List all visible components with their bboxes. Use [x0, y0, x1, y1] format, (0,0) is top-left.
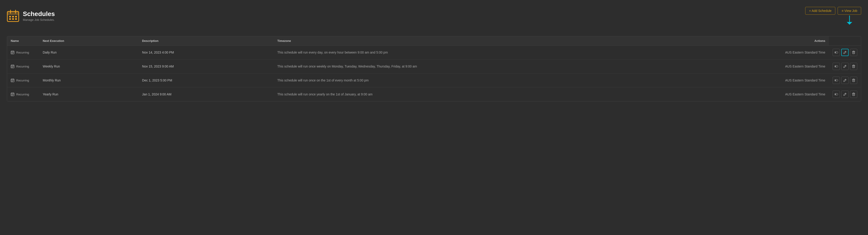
type-cell: Recurring: [7, 87, 39, 101]
edit-button[interactable]: [841, 49, 848, 56]
table-header-row: Name Next Execution Description Timezone…: [7, 36, 861, 46]
calendar-icon: [7, 9, 19, 22]
delete-button[interactable]: [850, 90, 857, 98]
header-left: Schedules Manage Job Schedules.: [7, 9, 55, 22]
svg-rect-19: [12, 53, 12, 54]
svg-rect-31: [12, 67, 12, 67]
name-cell: Yearly Run: [39, 87, 138, 101]
svg-rect-20: [12, 53, 13, 54]
svg-marker-11: [847, 22, 852, 25]
schedules-table: Name Next Execution Description Timezone…: [7, 36, 861, 101]
svg-rect-35: [12, 67, 13, 68]
type-label: Recurring: [16, 51, 29, 54]
table-row: Recurring Daily RunNov 14, 2023 4:00 PMT…: [7, 46, 861, 59]
col-header-description: Description: [138, 36, 274, 46]
edit-icon: [843, 79, 846, 82]
svg-rect-61: [12, 95, 12, 95]
svg-rect-6: [15, 16, 17, 18]
execution-cell: Nov 15, 2023 9:00 AM: [138, 59, 274, 74]
description-cell: This schedule will run once yearly on th…: [274, 87, 781, 101]
schedule-type-icon: [11, 78, 14, 82]
type-cell: Recurring: [7, 46, 39, 59]
col-header-next-execution: Next Execution: [39, 36, 138, 46]
svg-rect-8: [12, 18, 14, 20]
svg-rect-54: [853, 79, 855, 82]
edit-icon: [843, 65, 846, 68]
svg-rect-1: [7, 11, 19, 15]
type-cell: Recurring: [7, 74, 39, 87]
type-label: Recurring: [16, 65, 29, 68]
svg-rect-4: [9, 16, 11, 18]
edit-button[interactable]: [841, 77, 848, 84]
name-cell: Monthly Run: [39, 74, 138, 87]
svg-rect-16: [12, 53, 12, 53]
actions-cell: [829, 46, 861, 59]
add-schedule-button[interactable]: + Add Schedule: [805, 7, 835, 15]
svg-rect-62: [12, 95, 13, 95]
svg-point-37: [835, 66, 836, 67]
svg-rect-65: [12, 95, 13, 96]
delete-icon: [852, 79, 855, 82]
svg-rect-50: [12, 81, 13, 82]
svg-rect-34: [12, 67, 12, 68]
execution-cell: Nov 14, 2023 4:00 PM: [138, 46, 274, 59]
toggle-button[interactable]: [833, 77, 840, 84]
svg-rect-9: [15, 18, 17, 20]
actions-cell: [829, 59, 861, 74]
header-buttons: + Add Schedule ≡ View Job: [805, 7, 861, 25]
delete-button[interactable]: [850, 63, 857, 70]
page-title: Schedules: [23, 10, 55, 18]
view-job-button[interactable]: ≡ View Job: [838, 7, 861, 15]
svg-rect-18: [13, 53, 14, 53]
actions-buttons: [833, 90, 857, 98]
description-cell: This schedule will run once on the 1st o…: [274, 74, 781, 87]
schedule-type-icon: [11, 64, 14, 68]
svg-point-67: [835, 94, 836, 95]
toggle-button[interactable]: [833, 63, 840, 70]
svg-rect-64: [12, 95, 12, 96]
page-subtitle: Manage Job Schedules.: [23, 18, 55, 22]
toggle-icon: [834, 93, 838, 96]
toggle-icon: [834, 65, 838, 68]
timezone-cell: AUS Eastern Standard Time: [781, 87, 829, 101]
svg-rect-47: [12, 81, 13, 81]
delete-button[interactable]: [850, 77, 857, 84]
schedules-table-container: Name Next Execution Description Timezone…: [7, 36, 861, 101]
svg-point-52: [835, 80, 836, 81]
execution-cell: Dec 1, 2023 5:00 PM: [138, 74, 274, 87]
edit-button[interactable]: [841, 90, 848, 98]
svg-rect-49: [12, 81, 12, 82]
svg-rect-7: [9, 18, 11, 20]
edit-button[interactable]: [841, 63, 848, 70]
description-cell: This schedule will run every day, on eve…: [274, 46, 781, 59]
actions-cell: [829, 87, 861, 101]
svg-point-22: [835, 52, 836, 53]
view-job-container: ≡ View Job: [838, 7, 861, 25]
timezone-cell: AUS Eastern Standard Time: [781, 46, 829, 59]
edit-icon: [843, 51, 846, 54]
toggle-button[interactable]: [833, 90, 840, 98]
col-header-actions: Actions: [781, 36, 829, 46]
type-label: Recurring: [16, 79, 29, 82]
delete-icon: [852, 65, 855, 68]
type-label: Recurring: [16, 93, 29, 96]
svg-rect-69: [853, 94, 855, 96]
name-cell: Daily Run: [39, 46, 138, 59]
schedule-type-icon: [11, 93, 14, 96]
toggle-icon: [834, 79, 838, 81]
table-row: Recurring Yearly RunJan 1, 2024 9:00 AMT…: [7, 87, 861, 101]
description-cell: This schedule will run once weekly on Mo…: [274, 59, 781, 74]
timezone-cell: AUS Eastern Standard Time: [781, 74, 829, 87]
toggle-icon: [834, 51, 838, 54]
delete-button[interactable]: [850, 49, 857, 56]
svg-rect-48: [13, 81, 14, 81]
delete-icon: [852, 93, 855, 96]
arrow-down-icon: [847, 16, 852, 25]
actions-buttons: [833, 49, 857, 56]
type-cell: Recurring: [7, 59, 39, 74]
svg-rect-33: [13, 67, 14, 67]
delete-icon: [852, 51, 855, 54]
header-text: Schedules Manage Job Schedules.: [23, 10, 55, 22]
actions-cell: [829, 74, 861, 87]
toggle-button[interactable]: [833, 49, 840, 56]
